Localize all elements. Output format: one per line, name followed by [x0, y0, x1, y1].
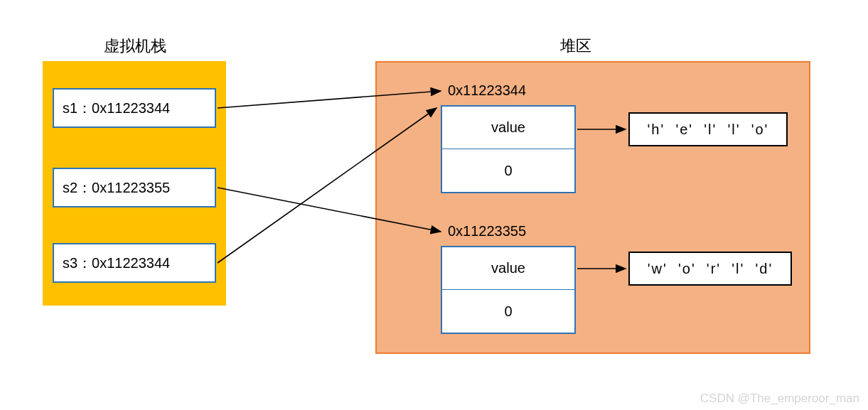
char-world-text: 'w' 'o' 'r' 'l' 'd' [648, 261, 773, 277]
heap-addr2-label: 0x11223355 [448, 223, 526, 239]
stack-s3-text: s3：0x11223344 [63, 254, 170, 273]
watermark: CSDN @The_emperoor_man [700, 392, 859, 406]
heap-obj2-value: value [442, 247, 574, 290]
heap-obj1-value: value [442, 107, 574, 149]
stack-s2-text: s2：0x11223355 [63, 178, 170, 198]
char-hello-text: 'h' 'e' 'l' 'l' 'o' [648, 122, 769, 138]
heap-obj1: value 0 [441, 105, 576, 193]
stack-cell-s2: s2：0x11223355 [53, 168, 216, 207]
heap-obj2: value 0 [441, 246, 576, 334]
char-array-hello: 'h' 'e' 'l' 'l' 'o' [628, 112, 788, 146]
heap-title: 堆区 [547, 36, 604, 57]
stack-cell-s3: s3：0x11223344 [53, 243, 216, 283]
heap-addr1-label: 0x11223344 [448, 82, 526, 99]
stack-title: 虚拟机栈 [92, 36, 178, 57]
heap-obj2-offset: 0 [442, 290, 574, 333]
stack-s1-text: s1：0x11223344 [63, 99, 170, 118]
heap-obj1-offset: 0 [442, 149, 574, 192]
stack-cell-s1: s1：0x11223344 [53, 88, 216, 128]
char-array-world: 'w' 'o' 'r' 'l' 'd' [628, 252, 792, 286]
